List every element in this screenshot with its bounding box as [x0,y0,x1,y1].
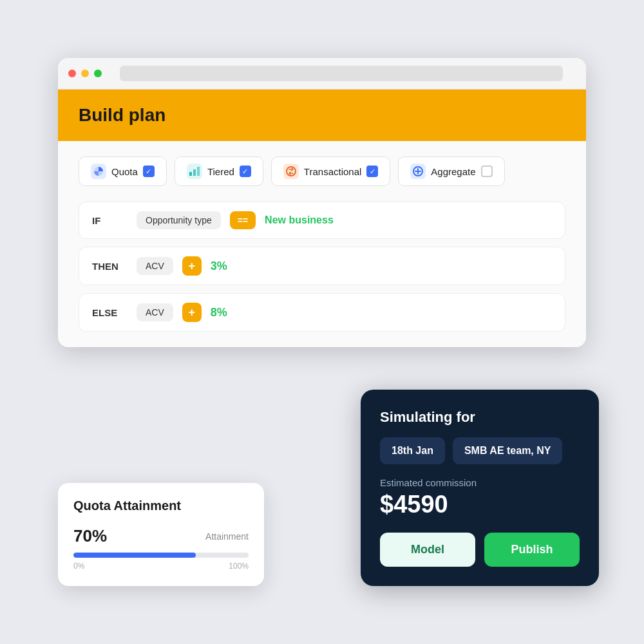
page-title: Build plan [79,105,565,126]
sim-commission-value: $4590 [380,491,580,518]
quota-card: Quota Attainment 70% Attainment 0% 100% [58,483,264,586]
quota-attainment-label: Attainment [205,531,249,542]
rule-rows: IF Opportunity type == New business THEN… [79,202,565,332]
plan-chip-transactional[interactable]: Transactional ✓ [271,156,391,186]
transactional-check[interactable]: ✓ [366,166,378,177]
then-rate[interactable]: 3% [211,260,227,273]
tiered-check[interactable]: ✓ [240,166,251,177]
sim-commission-label: Estimated commission [380,477,580,488]
quota-min-label: 0% [73,562,84,571]
transactional-label: Transactional [304,166,362,177]
svg-rect-3 [197,167,200,176]
model-button[interactable]: Model [380,533,475,567]
url-bar[interactable] [120,66,563,81]
else-metric[interactable]: ACV [137,303,173,321]
then-label: THEN [92,261,128,272]
svg-rect-2 [193,169,196,176]
tiered-icon [187,164,202,179]
quota-label: Quota [111,166,138,177]
quota-top-row: 70% Attainment [73,526,249,546]
else-plus[interactable]: + [182,303,202,322]
svg-point-4 [287,167,296,176]
close-dot[interactable] [68,70,76,77]
maximize-dot[interactable] [94,70,102,77]
if-value[interactable]: New business [265,214,334,226]
then-metric[interactable]: ACV [137,257,173,275]
minimize-dot[interactable] [81,70,89,77]
aggregate-label: Aggregate [431,166,475,177]
svg-rect-1 [189,172,192,176]
then-plus[interactable]: + [182,256,202,276]
aggregate-check[interactable] [481,166,493,177]
plan-chip-quota[interactable]: Quota ✓ [79,156,167,186]
then-rule-row: THEN ACV + 3% [79,247,565,285]
plan-chip-tiered[interactable]: Tiered ✓ [175,156,263,186]
quota-percent: 70% [73,526,107,546]
quota-bottom-row: 0% 100% [73,562,249,571]
progress-bar-fill [73,553,196,558]
quota-check[interactable]: ✓ [143,166,155,177]
sim-date-pill[interactable]: 18th Jan [380,437,445,464]
else-rate[interactable]: 8% [211,306,227,319]
quota-icon [91,164,106,179]
if-rule-row: IF Opportunity type == New business [79,202,565,239]
sim-title: Simulating for [380,409,580,426]
browser-window: Build plan Quota ✓ [58,58,586,347]
plan-header: Build plan [58,90,586,141]
transactional-icon [283,164,299,179]
if-field[interactable]: Opportunity type [137,211,221,229]
publish-button[interactable]: Publish [484,533,580,567]
browser-bar [58,58,586,90]
quota-card-title: Quota Attainment [73,498,249,513]
if-label: IF [92,215,128,226]
tiered-label: Tiered [207,166,234,177]
else-label: ELSE [92,307,128,318]
sim-team-pill[interactable]: SMB AE team, NY [453,437,563,464]
if-operator[interactable]: == [230,211,256,229]
sim-pills-row: 18th Jan SMB AE team, NY [380,437,580,464]
quota-max-label: 100% [229,562,249,571]
sim-buttons-row: Model Publish [380,533,580,567]
simulation-card: Simulating for 18th Jan SMB AE team, NY … [361,390,599,586]
plan-types-row: Quota ✓ Tiered ✓ [79,156,565,186]
else-rule-row: ELSE ACV + 8% [79,293,565,332]
aggregate-icon [410,164,426,179]
plan-chip-aggregate[interactable]: Aggregate [398,156,504,186]
progress-bar-bg [73,553,249,558]
plan-content: Quota ✓ Tiered ✓ [58,141,586,347]
